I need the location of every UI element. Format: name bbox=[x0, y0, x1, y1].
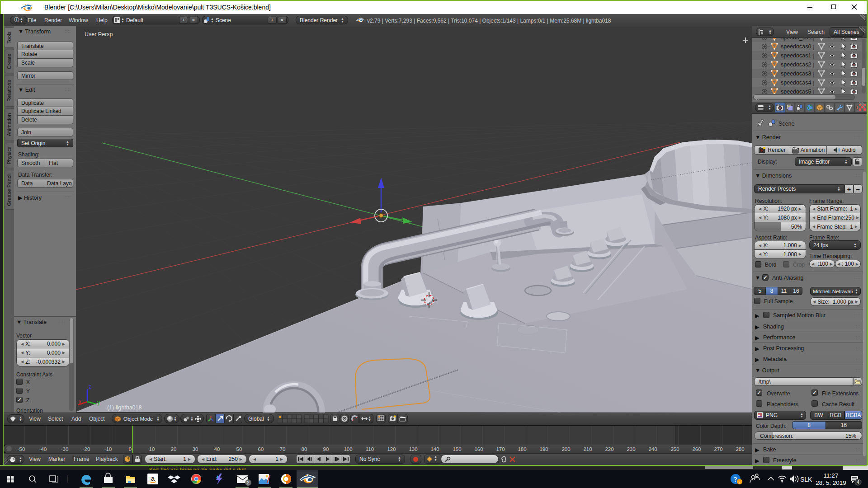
svg-text:20: 20 bbox=[171, 446, 177, 452]
svg-text:x: x bbox=[79, 399, 81, 405]
svg-text:200: 200 bbox=[561, 446, 570, 452]
svg-text:|: | bbox=[813, 71, 814, 77]
svg-text:40: 40 bbox=[214, 446, 220, 452]
svg-text:250: 250 bbox=[670, 446, 679, 452]
svg-text:z: z bbox=[89, 384, 91, 390]
svg-text:-10: -10 bbox=[104, 446, 112, 452]
svg-text:150: 150 bbox=[453, 446, 461, 452]
svg-text:160: 160 bbox=[474, 446, 483, 452]
svg-text:70: 70 bbox=[280, 446, 286, 452]
svg-text:210: 210 bbox=[583, 446, 592, 452]
svg-text:10: 10 bbox=[149, 446, 155, 452]
svg-text:2: 2 bbox=[247, 480, 250, 485]
svg-text:User Persp: User Persp bbox=[85, 31, 113, 38]
svg-text:11:27: 11:27 bbox=[824, 472, 839, 479]
svg-text:90: 90 bbox=[323, 446, 329, 452]
svg-text:190: 190 bbox=[539, 446, 548, 452]
svg-text:?: ? bbox=[734, 476, 737, 483]
svg-text:220: 220 bbox=[605, 446, 613, 452]
svg-text:260: 260 bbox=[692, 446, 701, 452]
svg-text:-20: -20 bbox=[83, 446, 90, 452]
svg-text:-50: -50 bbox=[18, 446, 25, 452]
svg-text:60: 60 bbox=[258, 446, 264, 452]
svg-text:-40: -40 bbox=[39, 446, 47, 452]
svg-text:|: | bbox=[813, 89, 814, 94]
svg-text:28. 5. 2019: 28. 5. 2019 bbox=[816, 479, 846, 486]
svg-text:|: | bbox=[813, 80, 814, 86]
svg-text:4: 4 bbox=[857, 479, 859, 485]
svg-text:110: 110 bbox=[366, 446, 374, 452]
svg-text:100: 100 bbox=[344, 446, 352, 452]
svg-text:y: y bbox=[97, 399, 100, 406]
svg-text:170: 170 bbox=[496, 446, 505, 452]
svg-text:130: 130 bbox=[409, 446, 417, 452]
svg-text:80: 80 bbox=[302, 446, 307, 452]
svg-text:270: 270 bbox=[714, 446, 722, 452]
svg-text:a: a bbox=[151, 474, 155, 482]
svg-text:230: 230 bbox=[627, 446, 635, 452]
svg-text:SLK: SLK bbox=[800, 476, 812, 483]
svg-text:(1) lightba018: (1) lightba018 bbox=[107, 404, 142, 411]
svg-text:|: | bbox=[813, 62, 814, 68]
svg-text:|: | bbox=[813, 38, 814, 41]
svg-text:280: 280 bbox=[736, 446, 744, 452]
svg-text:|: | bbox=[813, 44, 814, 50]
svg-text:-30: -30 bbox=[61, 446, 69, 452]
svg-text:0: 0 bbox=[129, 446, 132, 452]
svg-text:|: | bbox=[813, 53, 814, 59]
svg-text:30: 30 bbox=[193, 446, 198, 452]
svg-text:50: 50 bbox=[236, 446, 242, 452]
svg-text:180: 180 bbox=[518, 446, 526, 452]
svg-text:140: 140 bbox=[430, 446, 439, 452]
svg-text:120: 120 bbox=[387, 446, 396, 452]
svg-text:240: 240 bbox=[648, 446, 657, 452]
